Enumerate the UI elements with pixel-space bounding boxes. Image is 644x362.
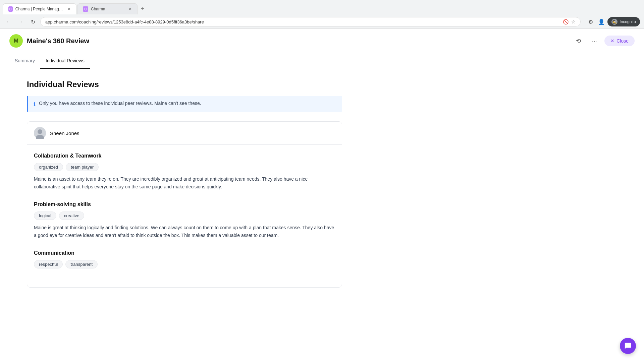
section-title-communication: Communication xyxy=(34,250,335,256)
new-tab-button[interactable]: + xyxy=(138,3,147,15)
review-text-problem-solving: Maine is great at thinking logically and… xyxy=(34,224,335,239)
close-label: Close xyxy=(616,38,629,44)
tab-individual-reviews[interactable]: Individual Reviews xyxy=(40,53,90,69)
info-banner-text: Only you have access to these individual… xyxy=(39,101,201,106)
close-x-icon: ✕ xyxy=(610,38,614,44)
tag-organized: organized xyxy=(34,163,63,171)
section-title-collaboration: Collaboration & Teamwork xyxy=(34,153,335,159)
reviewer-avatar xyxy=(34,127,46,139)
section-title-problem-solving: Problem-solving skills xyxy=(34,201,335,207)
info-icon: ℹ xyxy=(34,101,36,107)
page-section-title: Individual Reviews xyxy=(27,80,342,89)
app-logo: M Maine's 360 Review xyxy=(9,34,572,48)
tab-summary[interactable]: Summary xyxy=(9,53,40,69)
tag-transparent: transparent xyxy=(65,260,98,268)
reviewer-avatar-img xyxy=(34,127,46,139)
incognito-label: Incognito xyxy=(620,19,636,24)
reviewer-body: Collaboration & Teamwork organized team … xyxy=(27,145,342,287)
history-button[interactable]: ⟲ xyxy=(572,35,584,47)
tab-label-2: Charma xyxy=(91,7,105,11)
review-section-communication: Communication respectful transparent xyxy=(34,250,335,268)
tab-inactive[interactable]: C Charma ✕ xyxy=(77,3,138,14)
avatar: M xyxy=(9,34,23,48)
reviewer-header: Sheen Jones xyxy=(27,122,342,145)
page-tabs: Summary Individual Reviews xyxy=(0,53,644,69)
address-bar[interactable]: app.charma.com/coaching/reviews/1253e8dd… xyxy=(40,17,581,26)
tab-favicon-2: C xyxy=(83,6,88,12)
tab-bar: C Charma | People Management S... ✕ C Ch… xyxy=(0,0,644,15)
address-icons: 🚫 ☆ xyxy=(563,19,576,24)
tab-close-1[interactable]: ✕ xyxy=(67,7,71,11)
incognito-button[interactable]: 🕵 Incognito xyxy=(607,17,640,26)
more-options-button[interactable]: ··· xyxy=(588,35,600,47)
browser-actions: ⚙ 👤 🕵 Incognito xyxy=(586,17,640,26)
profile-button[interactable]: 👤 xyxy=(597,17,606,26)
tags-problem-solving: logical creative xyxy=(34,212,335,220)
info-banner: ℹ Only you have access to these individu… xyxy=(27,96,342,112)
app-header: M Maine's 360 Review ⟲ ··· ✕ Close xyxy=(0,29,644,53)
tab-label-1: Charma | People Management S... xyxy=(15,7,65,11)
back-button[interactable]: ← xyxy=(4,17,13,26)
tab-close-2[interactable]: ✕ xyxy=(128,7,132,11)
bookmark-icon[interactable]: ☆ xyxy=(571,19,576,24)
content-wrapper: M Maine's 360 Review ⟲ ··· ✕ Close Summa… xyxy=(0,29,644,346)
tags-collaboration: organized team player xyxy=(34,163,335,171)
tag-logical: logical xyxy=(34,212,56,220)
address-bar-row: ← → ↻ app.charma.com/coaching/reviews/12… xyxy=(0,15,644,28)
tag-creative: creative xyxy=(59,212,85,220)
address-text: app.charma.com/coaching/reviews/1253e8dd… xyxy=(45,19,563,24)
reviewer-card: Sheen Jones Collaboration & Teamwork org… xyxy=(27,121,342,288)
review-text-collaboration: Maine is an asset to any team they're on… xyxy=(34,175,335,191)
tag-team-player: team player xyxy=(66,163,99,171)
tags-communication: respectful transparent xyxy=(34,260,335,268)
reviewer-name: Sheen Jones xyxy=(50,130,79,136)
main-content: Individual Reviews ℹ Only you have acces… xyxy=(0,69,369,298)
tab-favicon-1: C xyxy=(8,6,13,12)
browser-chrome: C Charma | People Management S... ✕ C Ch… xyxy=(0,0,644,29)
extensions-button[interactable]: ⚙ xyxy=(586,17,595,26)
review-section-problem-solving: Problem-solving skills logical creative … xyxy=(34,201,335,239)
header-actions: ⟲ ··· ✕ Close xyxy=(572,35,635,47)
reload-button[interactable]: ↻ xyxy=(28,17,38,26)
camera-off-icon: 🚫 xyxy=(563,19,569,24)
svg-point-1 xyxy=(38,129,42,134)
forward-button[interactable]: → xyxy=(16,17,25,26)
tag-respectful: respectful xyxy=(34,260,63,268)
close-button[interactable]: ✕ Close xyxy=(604,36,635,46)
review-title: Maine's 360 Review xyxy=(27,37,89,45)
chat-icon xyxy=(624,342,632,346)
incognito-icon: 🕵 xyxy=(611,19,618,25)
review-section-collaboration: Collaboration & Teamwork organized team … xyxy=(34,153,335,191)
tab-active[interactable]: C Charma | People Management S... ✕ xyxy=(3,3,76,14)
